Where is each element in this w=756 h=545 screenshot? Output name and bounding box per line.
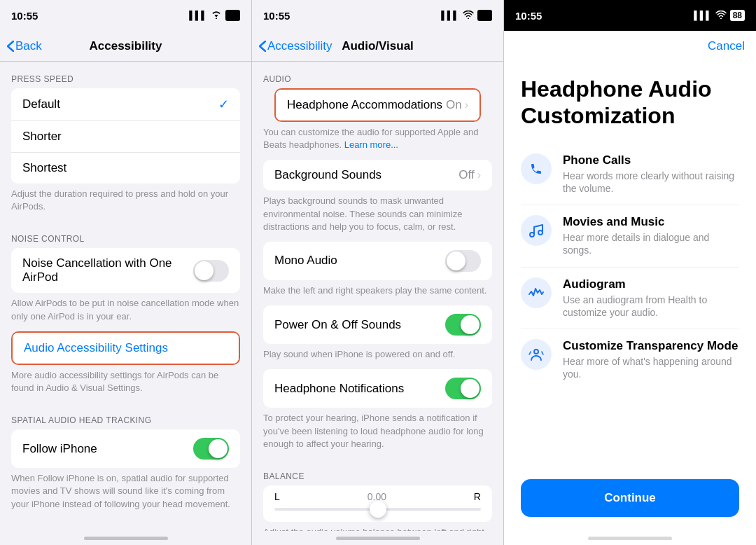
headphone-accom-desc: You can customize the audio for supporte…: [252, 122, 503, 160]
learn-more-link[interactable]: Learn more...: [344, 139, 398, 150]
status-bar-1: 10:55 ▌▌▌ 88: [0, 0, 251, 31]
battery-1: 88: [225, 10, 240, 21]
balance-desc: Adjust the audio volume balance between …: [252, 522, 503, 531]
chevron-headphone-accom: ›: [465, 99, 468, 111]
toggle-power-sounds[interactable]: [445, 314, 481, 336]
feature-icon-transparency: [521, 339, 552, 370]
background-sounds-card: Background Sounds Off ›: [263, 160, 492, 191]
mono-audio-card: Mono Audio: [263, 242, 492, 280]
continue-button[interactable]: Continue: [521, 479, 739, 517]
toggle-headphone-notif[interactable]: [445, 378, 481, 399]
panel-airpods-accessibility: 10:55 ▌▌▌ 88 Back Accessibility PRESS SP…: [0, 0, 252, 545]
nav-title-2: Audio/Visual: [342, 39, 414, 53]
svg-point-2: [720, 18, 722, 19]
feature-text-movies-music: Movies and Music Hear more details in di…: [563, 215, 739, 256]
battery-2: 88: [477, 10, 492, 21]
section-label-spatial-audio: SPATIAL AUDIO HEAD TRACKING: [0, 403, 251, 429]
toggle-follow-iphone[interactable]: [193, 438, 229, 460]
balance-r: R: [474, 491, 481, 502]
toggle-mono-audio[interactable]: [445, 250, 481, 272]
headphone-notif-desc: To protect your hearing, iPhone sends a …: [252, 408, 503, 459]
time-2: 10:55: [263, 10, 290, 22]
section-label-tone-volume: TONE VOLUME: [0, 519, 251, 531]
signal-icon-2: ▌▌▌: [441, 11, 459, 20]
spatial-audio-desc: When Follow iPhone is on, spatial audio …: [0, 468, 251, 519]
svg-point-0: [216, 18, 217, 19]
features-list: Phone Calls Hear words more clearly with…: [504, 137, 756, 468]
signal-icon-3: ▌▌▌: [694, 11, 712, 20]
audio-accessibility-desc: More audio accessibility settings for Ai…: [0, 365, 251, 403]
feature-icon-phone: [521, 153, 552, 184]
section-label-press-speed: PRESS SPEED: [0, 62, 251, 88]
balance-track[interactable]: [274, 508, 481, 511]
home-indicator-2: [252, 531, 503, 545]
p3-main-title: Headphone Audio Customization: [521, 76, 739, 130]
balance-card: L 0.00 R: [263, 485, 492, 522]
status-icons-3: ▌▌▌ 88: [694, 10, 745, 21]
back-button-2[interactable]: Accessibility: [259, 39, 332, 53]
wifi-icon-2: [463, 11, 474, 21]
nav-bar-2: Accessibility Audio/Visual: [252, 31, 503, 62]
feature-icon-audiogram: [521, 277, 552, 308]
p3-footer: Continue: [504, 468, 756, 531]
feature-transparency-mode: Customize Transparency Mode Hear more of…: [521, 329, 739, 390]
balance-thumb[interactable]: [370, 501, 386, 518]
status-bar-2: 10:55 ▌▌▌ 88: [252, 0, 503, 31]
section-label-noise-control: NOISE CONTROL: [0, 221, 251, 248]
svg-point-5: [534, 350, 538, 354]
background-sounds-desc: Plays background sounds to mask unwanted…: [252, 191, 503, 242]
list-item-shortest[interactable]: Shortest: [11, 153, 240, 184]
scroll-content-1: PRESS SPEED Default ✓ Shorter Shortest A…: [0, 62, 251, 531]
list-item-mono-audio[interactable]: Mono Audio: [263, 242, 492, 280]
press-speed-card: Default ✓ Shorter Shortest: [11, 88, 240, 184]
audio-accessibility-card[interactable]: Audio Accessibility Settings: [11, 331, 240, 365]
section-label-audio: AUDIO: [252, 62, 503, 88]
feature-text-transparency-mode: Customize Transparency Mode Hear more of…: [563, 339, 739, 380]
wifi-icon-3: [715, 11, 727, 21]
svg-point-3: [530, 233, 534, 237]
time-1: 10:55: [11, 10, 38, 22]
mono-audio-desc: Make the left and right speakers play th…: [252, 280, 503, 305]
status-bar-3: 10:55 ▌▌▌ 88: [504, 0, 756, 31]
section-label-balance: BALANCE: [252, 459, 503, 485]
list-item-headphone-accommodations[interactable]: Headphone Accommodations On ›: [276, 90, 479, 120]
feature-text-audiogram: Audiogram Use an audiogram from Health t…: [563, 277, 739, 319]
signal-icon-1: ▌▌▌: [189, 11, 207, 20]
nav-title-1: Accessibility: [90, 39, 162, 53]
list-item-power-sounds[interactable]: Power On & Off Sounds: [263, 305, 492, 344]
headphone-accom-value: On: [446, 98, 462, 112]
press-speed-desc: Adjust the duration required to press an…: [0, 184, 251, 221]
wifi-icon-1: [211, 11, 222, 21]
list-item-audio-accessibility[interactable]: Audio Accessibility Settings: [13, 333, 239, 364]
balance-slider-container: L 0.00 R: [263, 485, 492, 522]
list-item-follow-iphone[interactable]: Follow iPhone: [11, 429, 240, 468]
list-item-headphone-notif[interactable]: Headphone Notifications: [263, 369, 492, 408]
p3-title-area: Headphone Audio Customization: [504, 62, 756, 137]
balance-l: L: [274, 491, 280, 502]
noise-control-card: Noise Cancellation with One AirPod: [11, 248, 240, 293]
svg-point-4: [538, 230, 542, 235]
cancel-button[interactable]: Cancel: [708, 39, 745, 53]
svg-point-1: [468, 18, 469, 19]
panel-headphone-customization: 10:55 ▌▌▌ 88 Cancel Headphone Audio Cust…: [504, 0, 756, 545]
time-3: 10:55: [515, 10, 542, 22]
list-item-default[interactable]: Default ✓: [11, 88, 240, 121]
power-sounds-card: Power On & Off Sounds: [263, 305, 492, 344]
battery-3: 88: [730, 10, 745, 21]
list-item-noise-cancellation[interactable]: Noise Cancellation with One AirPod: [11, 248, 240, 293]
list-item-shorter[interactable]: Shorter: [11, 121, 240, 153]
scroll-content-2: AUDIO Headphone Accommodations On › You …: [252, 62, 503, 531]
headphone-notif-card: Headphone Notifications: [263, 369, 492, 408]
list-item-background-sounds[interactable]: Background Sounds Off ›: [263, 160, 492, 191]
home-indicator-1: [0, 531, 251, 545]
background-sounds-value: Off: [458, 168, 474, 182]
noise-control-desc: Allow AirPods to be put in noise cancell…: [0, 293, 251, 331]
power-sounds-desc: Play sound when iPhone is powered on and…: [252, 344, 503, 369]
feature-phone-calls: Phone Calls Hear words more clearly with…: [521, 144, 739, 205]
headphone-accommodations-card: Headphone Accommodations On ›: [274, 88, 481, 122]
feature-icon-music: [521, 215, 552, 246]
panel-audio-visual: 10:55 ▌▌▌ 88 Accessibility Audio/Visual …: [252, 0, 504, 545]
back-button-1[interactable]: Back: [7, 39, 42, 53]
feature-text-phone-calls: Phone Calls Hear words more clearly with…: [563, 153, 739, 195]
toggle-noise-cancellation[interactable]: [193, 260, 229, 282]
